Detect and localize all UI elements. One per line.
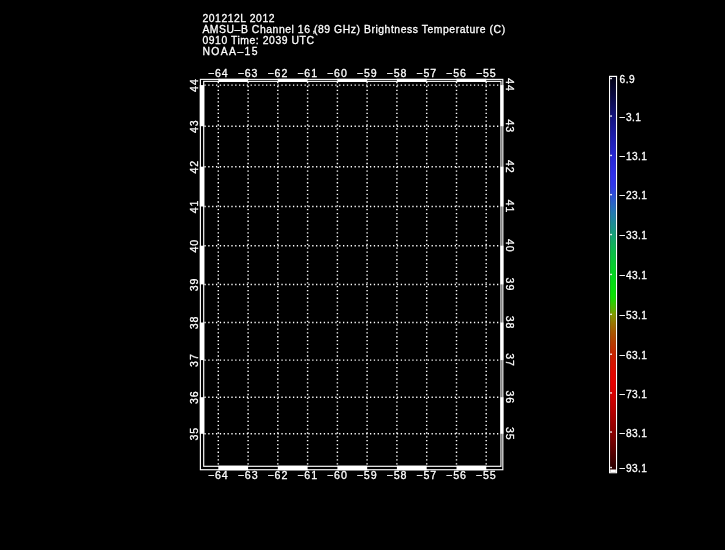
svg-text:−93.1: −93.1 bbox=[620, 463, 648, 474]
svg-text:37: 37 bbox=[188, 353, 200, 367]
svg-text:−60: −60 bbox=[327, 469, 348, 481]
svg-text:−64: −64 bbox=[208, 469, 229, 481]
svg-text:40: 40 bbox=[504, 239, 516, 253]
svg-text:−55: −55 bbox=[476, 469, 497, 481]
svg-text:−23.1: −23.1 bbox=[620, 190, 648, 201]
svg-text:−61: −61 bbox=[297, 67, 318, 79]
svg-text:39: 39 bbox=[188, 278, 200, 292]
svg-text:−3.1: −3.1 bbox=[620, 112, 642, 123]
svg-text:35: 35 bbox=[188, 427, 200, 441]
svg-text:43: 43 bbox=[504, 119, 516, 133]
svg-text:36: 36 bbox=[504, 390, 516, 404]
svg-text:−63: −63 bbox=[238, 67, 259, 79]
svg-text:43: 43 bbox=[188, 119, 200, 133]
svg-text:−62: −62 bbox=[268, 67, 289, 79]
svg-text:’: ’ bbox=[313, 30, 316, 41]
svg-text:35: 35 bbox=[504, 427, 516, 441]
svg-text:−58: −58 bbox=[387, 67, 408, 79]
svg-text:−61: −61 bbox=[297, 469, 318, 481]
svg-text:AMSU–B Channel 16 (89 GHz) Bri: AMSU–B Channel 16 (89 GHz) Brightness Te… bbox=[202, 24, 505, 35]
svg-text:44: 44 bbox=[188, 78, 200, 92]
svg-text:0910 Time: 2039 UTC: 0910 Time: 2039 UTC bbox=[202, 35, 314, 46]
svg-text:−55: −55 bbox=[476, 67, 497, 79]
svg-text:38: 38 bbox=[188, 316, 200, 330]
svg-text:−43.1: −43.1 bbox=[620, 270, 648, 281]
svg-text:42: 42 bbox=[504, 160, 516, 174]
svg-text:−62: −62 bbox=[267, 469, 288, 481]
svg-text:−56: −56 bbox=[446, 469, 467, 481]
svg-text:−83.1: −83.1 bbox=[620, 428, 648, 439]
svg-text:201212L 2012: 201212L 2012 bbox=[202, 13, 275, 24]
svg-text:−57: −57 bbox=[416, 469, 437, 481]
svg-text:39: 39 bbox=[504, 278, 516, 292]
svg-text:6.9: 6.9 bbox=[620, 74, 635, 85]
svg-text:−64: −64 bbox=[208, 67, 229, 79]
svg-text:41: 41 bbox=[188, 200, 200, 214]
svg-text:−33.1: −33.1 bbox=[620, 230, 648, 241]
svg-text:−56: −56 bbox=[446, 67, 467, 79]
svg-text:40: 40 bbox=[188, 239, 200, 253]
svg-text:41: 41 bbox=[504, 200, 516, 214]
svg-text:38: 38 bbox=[504, 316, 516, 330]
svg-text:−58: −58 bbox=[386, 469, 407, 481]
svg-text:−13.1: −13.1 bbox=[620, 151, 648, 162]
svg-text:36: 36 bbox=[188, 390, 200, 404]
svg-text:44: 44 bbox=[504, 78, 516, 92]
svg-text:−63: −63 bbox=[238, 469, 259, 481]
svg-text:37: 37 bbox=[504, 353, 516, 367]
svg-text:−73.1: −73.1 bbox=[620, 389, 648, 400]
svg-text:−60: −60 bbox=[327, 67, 348, 79]
svg-text:42: 42 bbox=[188, 160, 200, 174]
svg-text:−59: −59 bbox=[357, 469, 378, 481]
svg-text:NOAA–15: NOAA–15 bbox=[202, 46, 259, 57]
svg-text:−57: −57 bbox=[416, 67, 437, 79]
svg-text:−59: −59 bbox=[357, 67, 378, 79]
svg-text:−63.1: −63.1 bbox=[620, 350, 648, 361]
svg-text:−53.1: −53.1 bbox=[620, 310, 648, 321]
